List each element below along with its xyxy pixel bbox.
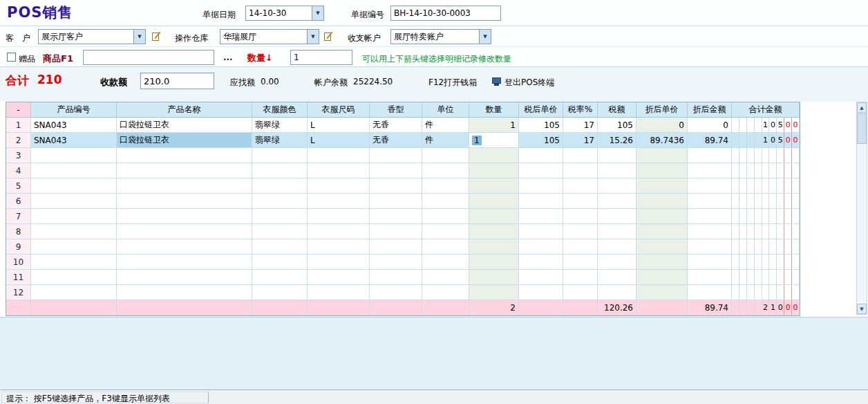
cell-size[interactable]: L (308, 133, 370, 148)
cell-scent[interactable] (370, 178, 422, 194)
cell-price[interactable] (519, 148, 563, 163)
cell-price[interactable] (519, 270, 563, 285)
cell-scent[interactable] (370, 209, 422, 224)
cell-unit[interactable] (422, 209, 469, 224)
cell-tax[interactable] (598, 163, 636, 178)
cell-price[interactable]: 105 (519, 133, 563, 148)
cell-size[interactable] (308, 178, 370, 194)
cell-name[interactable] (117, 239, 252, 255)
cell-scent[interactable]: 无香 (370, 133, 422, 148)
cell-tax_rate[interactable] (563, 239, 598, 255)
cell-name[interactable] (117, 148, 252, 163)
cell-size[interactable] (308, 224, 370, 239)
cell-disc_amount[interactable] (688, 163, 732, 178)
cell-size[interactable] (308, 270, 370, 285)
cell-tax[interactable] (598, 285, 636, 300)
cell-amount[interactable]: 10500 (732, 133, 800, 148)
cell-scent[interactable] (370, 239, 422, 255)
cell-color[interactable] (252, 194, 308, 209)
cell-amount[interactable] (732, 209, 800, 224)
cell-unit[interactable] (422, 178, 469, 194)
doc-date-dropdown-button[interactable]: ▼ (312, 6, 323, 20)
cell-size[interactable] (308, 209, 370, 224)
received-amount-input[interactable]: 210.0 (140, 73, 214, 89)
cell-tax[interactable] (598, 209, 636, 224)
cell-qty[interactable]: 1 (469, 118, 519, 133)
cell-qty[interactable] (469, 178, 519, 194)
cell-scent[interactable] (370, 224, 422, 239)
warehouse-browse-icon[interactable] (323, 31, 334, 42)
vertical-scrollbar[interactable]: ▲ ▼ (856, 102, 867, 315)
cell-amount[interactable] (732, 255, 800, 270)
cell-code[interactable]: SNA043 (31, 133, 117, 148)
scroll-up-button[interactable]: ▲ (857, 102, 867, 113)
cell-code[interactable] (31, 239, 117, 255)
cell-color[interactable]: 翡翠绿 (252, 118, 308, 133)
cell-disc_price[interactable]: 89.7436 (636, 133, 688, 148)
cell-amount[interactable]: 10500 (732, 118, 800, 133)
cell-color[interactable] (252, 209, 308, 224)
cell-name[interactable] (117, 285, 252, 300)
cell-size[interactable] (308, 239, 370, 255)
cell-scent[interactable] (370, 285, 422, 300)
cell-price[interactable] (519, 209, 563, 224)
cell-size[interactable] (308, 194, 370, 209)
cell-tax_rate[interactable] (563, 270, 598, 285)
qty-cell-editor-selection[interactable]: 1 (472, 136, 482, 145)
cell-name[interactable] (117, 224, 252, 239)
cell-code[interactable] (31, 178, 117, 194)
cell-name[interactable] (117, 255, 252, 270)
cell-tax[interactable] (598, 239, 636, 255)
row-number[interactable]: 8 (6, 224, 31, 239)
cell-qty[interactable] (469, 270, 519, 285)
cell-price[interactable] (519, 255, 563, 270)
cell-tax_rate[interactable]: 17 (563, 118, 598, 133)
cell-color[interactable] (252, 270, 308, 285)
cell-price[interactable] (519, 163, 563, 178)
cell-size[interactable] (308, 285, 370, 300)
cell-disc_price[interactable] (636, 148, 688, 163)
cell-color[interactable] (252, 163, 308, 178)
cell-tax_rate[interactable] (563, 163, 598, 178)
quantity-input[interactable]: 1 (290, 50, 352, 65)
cell-qty[interactable] (469, 194, 519, 209)
cell-disc_price[interactable] (636, 194, 688, 209)
account-dropdown-button[interactable]: ▼ (479, 30, 491, 44)
cell-code[interactable] (31, 255, 117, 270)
scroll-down-button[interactable]: ▼ (857, 304, 867, 314)
row-number[interactable]: 3 (6, 148, 31, 163)
cell-price[interactable] (519, 178, 563, 194)
cell-qty[interactable]: 1 (469, 133, 519, 148)
row-number[interactable]: 7 (6, 209, 31, 224)
cell-unit[interactable] (422, 255, 469, 270)
cell-amount[interactable] (732, 148, 800, 163)
account-combobox[interactable]: 展厅特卖账户 ▼ (390, 29, 491, 44)
cell-unit[interactable] (422, 194, 469, 209)
cell-code[interactable] (31, 163, 117, 178)
cell-disc_price[interactable] (636, 255, 688, 270)
cell-name[interactable]: 口袋拉链卫衣 (117, 133, 252, 148)
cell-disc_amount[interactable]: 89.74 (688, 133, 732, 148)
cell-tax[interactable] (598, 194, 636, 209)
cell-tax_rate[interactable] (563, 285, 598, 300)
cell-disc_price[interactable] (636, 224, 688, 239)
cell-scent[interactable] (370, 163, 422, 178)
cell-disc_price[interactable] (636, 239, 688, 255)
cell-size[interactable] (308, 255, 370, 270)
doc-date-combobox[interactable]: 14-10-30 ▼ (245, 6, 324, 21)
cell-tax[interactable] (598, 148, 636, 163)
cell-code[interactable] (31, 285, 117, 300)
cell-disc_amount[interactable] (688, 178, 732, 194)
cell-unit[interactable]: 件 (422, 118, 469, 133)
cell-tax[interactable] (598, 255, 636, 270)
cell-disc_amount[interactable] (688, 194, 732, 209)
row-number[interactable]: 10 (6, 255, 31, 270)
cell-tax[interactable] (598, 224, 636, 239)
cell-code[interactable] (31, 194, 117, 209)
cell-name[interactable] (117, 209, 252, 224)
cell-qty[interactable] (469, 163, 519, 178)
row-number[interactable]: 9 (6, 239, 31, 255)
customer-browse-icon[interactable] (151, 31, 162, 42)
cell-amount[interactable] (732, 163, 800, 178)
cell-scent[interactable] (370, 194, 422, 209)
